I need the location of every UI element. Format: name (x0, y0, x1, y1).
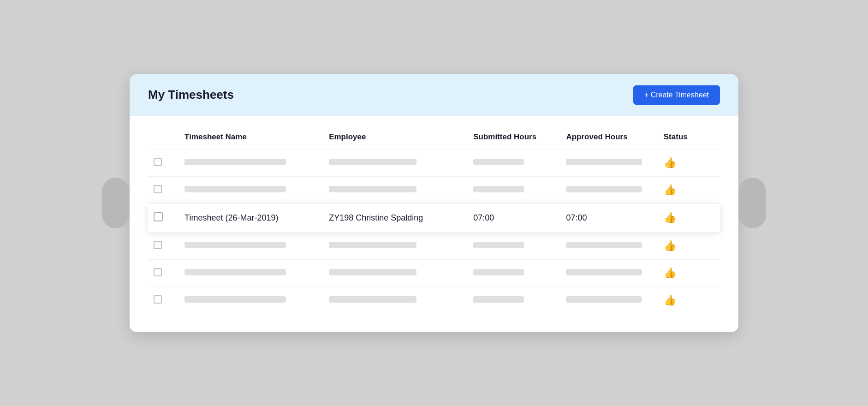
row-checkbox-cell (148, 259, 179, 287)
placeholder-submitted (473, 269, 524, 275)
placeholder-approved (566, 186, 642, 192)
highlighted-employee-cell: ZY198 Christine Spalding (323, 203, 468, 232)
row-checkbox-cell (148, 149, 179, 176)
row-name-cell (179, 149, 323, 176)
highlighted-submitted-cell: 07:00 (468, 203, 560, 232)
row-name-cell (179, 176, 323, 203)
row-checkbox-cell (148, 287, 179, 314)
card-header: My Timesheets + Create Timesheet (130, 74, 738, 116)
placeholder-employee (329, 242, 416, 248)
row-approved-cell (560, 232, 658, 259)
placeholder-name (184, 296, 286, 303)
row-approved-cell (560, 176, 658, 203)
row-name-cell (179, 287, 323, 314)
table-row: 👍 (148, 232, 720, 259)
row-checkbox[interactable] (154, 158, 162, 166)
placeholder-approved (566, 159, 642, 165)
right-scroll-handle[interactable] (738, 178, 766, 228)
row-submitted-cell (468, 149, 560, 176)
status-thumbs-icon: 👍 (664, 184, 676, 196)
placeholder-employee (329, 269, 416, 275)
row-approved-cell (560, 287, 658, 314)
status-thumbs-icon: 👍 (664, 240, 676, 251)
placeholder-employee (329, 159, 416, 165)
placeholder-name (184, 269, 286, 275)
row-checkbox[interactable] (154, 295, 162, 304)
create-timesheet-button[interactable]: + Create Timesheet (633, 85, 720, 105)
col-submitted-header: Submitted Hours (468, 125, 560, 149)
table-row: 👍 (148, 259, 720, 287)
row-status-cell: 👍 (658, 232, 720, 259)
table-row: 👍 (148, 287, 720, 314)
placeholder-approved (566, 296, 642, 303)
row-status-cell: 👍 (658, 287, 720, 314)
table-header-row: Timesheet Name Employee Submitted Hours … (148, 125, 720, 149)
col-approved-header: Approved Hours (560, 125, 658, 149)
row-checkbox[interactable] (154, 241, 162, 249)
placeholder-name (184, 159, 286, 165)
placeholder-submitted (473, 242, 524, 248)
left-scroll-handle[interactable] (102, 178, 130, 228)
placeholder-employee (329, 186, 416, 192)
row-status-cell: 👍 (658, 259, 720, 287)
highlighted-name-cell: Timesheet (26-Mar-2019) (179, 203, 323, 232)
row-employee-cell (323, 259, 468, 287)
row-employee-cell (323, 149, 468, 176)
placeholder-submitted (473, 296, 524, 303)
row-checkbox[interactable] (154, 185, 162, 193)
placeholder-approved (566, 242, 642, 248)
row-employee-cell (323, 176, 468, 203)
placeholder-submitted (473, 159, 524, 165)
row-name-cell (179, 259, 323, 287)
highlighted-table-row[interactable]: Timesheet (26-Mar-2019) ZY198 Christine … (148, 203, 720, 232)
col-status-header: Status (658, 125, 720, 149)
row-checkbox-cell (148, 232, 179, 259)
status-thumbs-icon: 👍 (664, 294, 676, 306)
table-container: Timesheet Name Employee Submitted Hours … (130, 116, 738, 332)
row-employee-cell (323, 287, 468, 314)
col-checkbox-header (148, 125, 179, 149)
placeholder-employee (329, 296, 416, 303)
highlighted-approved-cell: 07:00 (560, 203, 658, 232)
main-card: My Timesheets + Create Timesheet Timeshe… (130, 74, 738, 332)
row-submitted-cell (468, 287, 560, 314)
timesheets-table: Timesheet Name Employee Submitted Hours … (148, 125, 720, 314)
outer-wrapper: My Timesheets + Create Timesheet Timeshe… (111, 74, 757, 332)
row-submitted-cell (468, 176, 560, 203)
row-status-cell: 👍 (658, 149, 720, 176)
col-name-header: Timesheet Name (179, 125, 323, 149)
status-thumbs-icon: 👍 (664, 157, 676, 168)
row-approved-cell (560, 149, 658, 176)
placeholder-submitted (473, 186, 524, 192)
status-thumbs-icon: 👍 (664, 267, 676, 279)
status-approved-thumbs-icon: 👍 (664, 212, 676, 223)
row-submitted-cell (468, 259, 560, 287)
page-title: My Timesheets (148, 88, 234, 102)
highlighted-status-cell: 👍 (658, 203, 720, 232)
placeholder-approved (566, 269, 642, 275)
row-name-cell (179, 232, 323, 259)
placeholder-name (184, 186, 286, 192)
table-row: 👍 (148, 176, 720, 203)
table-row: 👍 (148, 149, 720, 176)
placeholder-name (184, 242, 286, 248)
row-checkbox[interactable] (154, 268, 162, 276)
row-submitted-cell (468, 232, 560, 259)
col-employee-header: Employee (323, 125, 468, 149)
highlighted-checkbox-cell (148, 203, 179, 232)
row-checkbox-cell (148, 176, 179, 203)
row-status-cell: 👍 (658, 176, 720, 203)
row-employee-cell (323, 232, 468, 259)
row-approved-cell (560, 259, 658, 287)
highlighted-row-checkbox[interactable] (154, 212, 163, 221)
